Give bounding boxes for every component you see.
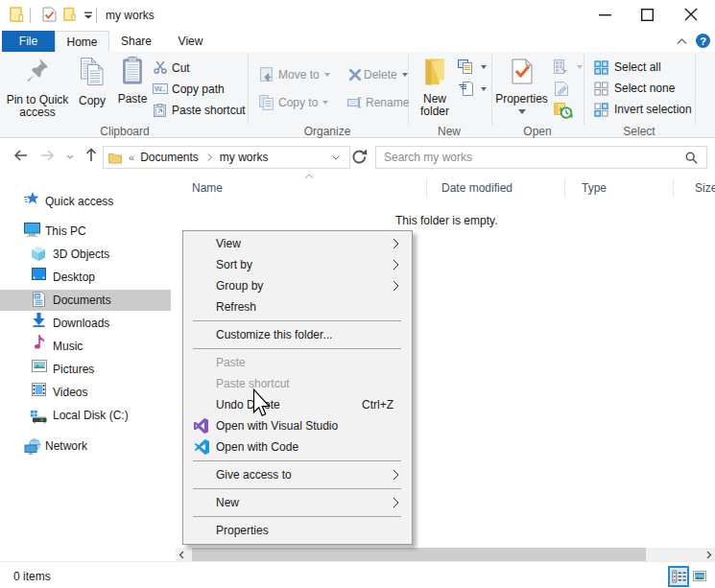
svg-text:W: W [155,84,162,93]
